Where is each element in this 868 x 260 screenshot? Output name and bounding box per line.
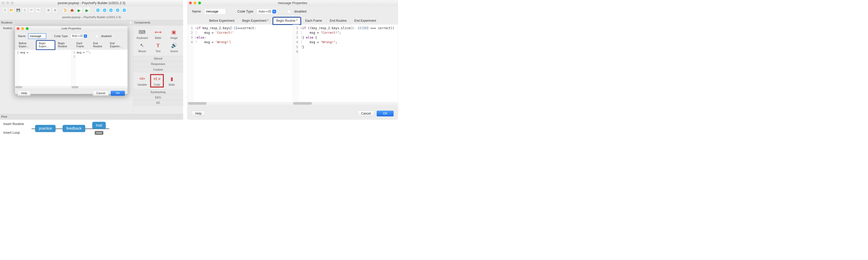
tab-each-frame[interactable]: Each Frame (74, 41, 90, 49)
flow-routine-trial[interactable]: trial (92, 122, 106, 129)
component-label: Code (151, 83, 162, 86)
tab-begin-routine[interactable]: Begin Routine * (273, 17, 301, 24)
components-panel: Components ⌨Keyboard ⟷Slider ▣Image ↖Mou… (133, 20, 183, 114)
code-icon: <\ > (153, 75, 160, 82)
disabled-checkbox[interactable] (95, 35, 98, 37)
name-input[interactable] (28, 34, 46, 39)
settings-gear-icon[interactable]: ⚙ (52, 7, 58, 13)
sync-pavlovia-icon[interactable]: 🌐 (95, 7, 101, 13)
js-source[interactable]: msg = ""; (76, 49, 127, 86)
python-source[interactable]: ⊟if key_resp_2.keys[-1]==correct: │ msg … (194, 25, 292, 102)
hscroll-right[interactable] (292, 102, 398, 105)
component-label: Sound (166, 50, 182, 53)
section-stimuli[interactable]: Stimuli (133, 56, 183, 61)
open-file-icon[interactable]: 📂 (9, 7, 14, 13)
cancel-button[interactable]: Cancel (93, 91, 109, 96)
tab-end-routine[interactable]: End Routine (327, 17, 350, 24)
component-variable[interactable]: <X>Variable (134, 74, 150, 87)
tab-begin-routine[interactable]: Begin Routine (56, 41, 73, 49)
flow-header: Flow (0, 114, 183, 119)
dialog-titlebar: code Properties (15, 26, 127, 31)
ok-button[interactable]: OK (377, 111, 394, 117)
run-experiment-icon[interactable]: ▶ (84, 7, 90, 13)
help-button[interactable]: Help (191, 111, 205, 116)
component-mouse[interactable]: ↖Mouse (134, 41, 150, 54)
section-eeg[interactable]: EEG (133, 95, 183, 100)
components-label: Components (134, 21, 150, 24)
tab-begin-experiment[interactable]: Begin Experiment * (239, 17, 272, 24)
codetype-label: Code Type (237, 9, 253, 13)
dialog-title: code Properties (15, 27, 127, 30)
globe-icon-3[interactable]: 🌐 (108, 7, 114, 13)
section-responses[interactable]: Responses (133, 61, 183, 67)
redo-icon[interactable]: ↷ (35, 7, 41, 13)
component-label: Static (164, 83, 180, 86)
tab-each-frame[interactable]: Each Frame (302, 17, 325, 24)
gutter-left: 1 (15, 49, 20, 86)
compile-script-icon[interactable]: 📜 (63, 7, 68, 13)
monitor-center-icon[interactable]: 🖥 (45, 7, 51, 13)
globe-icon-2[interactable]: 🌐 (102, 7, 107, 13)
gutter-left: 1234 (187, 25, 194, 102)
message-code-editor-split: 1234 ⊟if key_resp_2.keys[-1]==correct: │… (187, 25, 398, 102)
codetype-value: Auto->JS (72, 35, 83, 38)
globe-icon-4[interactable]: 🌐 (115, 7, 120, 13)
code-properties-dialog: code Properties Name Code Type Auto->JS … (15, 26, 128, 94)
gutter-right: 123456 (292, 25, 299, 102)
tab-before-experiment[interactable]: Before Experiment (206, 17, 238, 24)
component-label: Text (150, 50, 165, 53)
section-custom[interactable]: Custom (133, 67, 183, 72)
python-code-pane[interactable]: 1234 ⊟if key_resp_2.keys[-1]==correct: │… (187, 25, 292, 102)
component-code[interactable]: <\ >Code (150, 74, 163, 87)
codetype-select[interactable]: Auto->JS ▾ (70, 34, 88, 38)
component-slider[interactable]: ⟷Slider (150, 27, 166, 41)
tab-end-experiment[interactable]: End Experiment (351, 17, 379, 24)
section-io[interactable]: I/O (133, 100, 183, 106)
save-as-icon[interactable]: ⎙ (22, 7, 27, 13)
routine-tab-fixation[interactable]: fixation (1, 26, 14, 30)
tab-end-routine[interactable]: End Routine (91, 41, 107, 49)
code-tabs: Before Experi… Begin Experi… Begin Routi… (15, 40, 127, 49)
name-input[interactable] (204, 9, 225, 14)
tab-end-experiment[interactable]: End Experim… (107, 41, 126, 49)
pilot-run-icon[interactable]: ▶ (76, 7, 83, 13)
gutter-right: 12 (71, 49, 76, 86)
help-button[interactable]: Help (18, 91, 31, 96)
section-eyetracking[interactable]: Eyetracking (133, 89, 183, 95)
codetype-select[interactable]: Auto->JS ▾ (257, 9, 277, 14)
insert-loop-button[interactable]: Insert Loop (3, 131, 24, 135)
component-keyboard[interactable]: ⌨Keyboard (134, 27, 150, 41)
flow-routine-feedback[interactable]: feedback (63, 125, 85, 132)
save-file-icon[interactable]: 💾 (16, 7, 21, 13)
codetype-value: Auto->JS (258, 10, 271, 13)
tab-begin-experiment[interactable]: Begin Experi… (36, 41, 55, 49)
static-icon: ▮ (168, 75, 175, 82)
text-icon: T (154, 42, 162, 49)
components-favorites: ⌨Keyboard ⟷Slider ▣Image ↖Mouse TText 🔊S… (133, 25, 183, 56)
component-static[interactable]: ▮Static (164, 74, 180, 87)
python-code-pane[interactable]: 1 msg = (15, 49, 71, 86)
panel-collapse-icon[interactable] (129, 22, 131, 24)
ok-button[interactable]: OK (111, 91, 125, 96)
globe-icon-5[interactable]: 🌐 (122, 7, 127, 13)
routines-header: Routines (0, 20, 133, 25)
tab-before-experiment[interactable]: Before Experi… (17, 41, 36, 49)
disabled-checkbox[interactable] (287, 10, 290, 13)
js-code-pane[interactable]: 12 msg = ""; (71, 49, 128, 86)
js-code-pane[interactable]: 123456 ⊟if ((key_resp_2.keys.slice((- 1)… (292, 25, 398, 102)
undo-icon[interactable]: ↶ (29, 7, 34, 13)
send-to-runner-icon[interactable]: 📤 (69, 7, 74, 13)
new-file-icon[interactable]: 🗋 (2, 7, 8, 13)
insert-routine-button[interactable]: Insert Routine (3, 122, 24, 126)
flow-routine-practice[interactable]: practice (35, 125, 56, 132)
python-source[interactable]: msg = (20, 49, 71, 86)
js-source[interactable]: ⊟if ((key_resp_2.keys.slice((- 1))[0] ==… (299, 25, 398, 102)
flow-loop-trials[interactable]: trials (95, 131, 103, 135)
component-text[interactable]: TText (150, 41, 166, 54)
hscroll-left[interactable] (187, 102, 292, 105)
cancel-button[interactable]: Cancel (358, 111, 374, 117)
component-sound[interactable]: 🔊Sound (166, 41, 182, 54)
component-label: Slider (150, 37, 165, 40)
codetype-label: Code Type (54, 35, 68, 38)
component-image[interactable]: ▣Image (166, 27, 182, 41)
